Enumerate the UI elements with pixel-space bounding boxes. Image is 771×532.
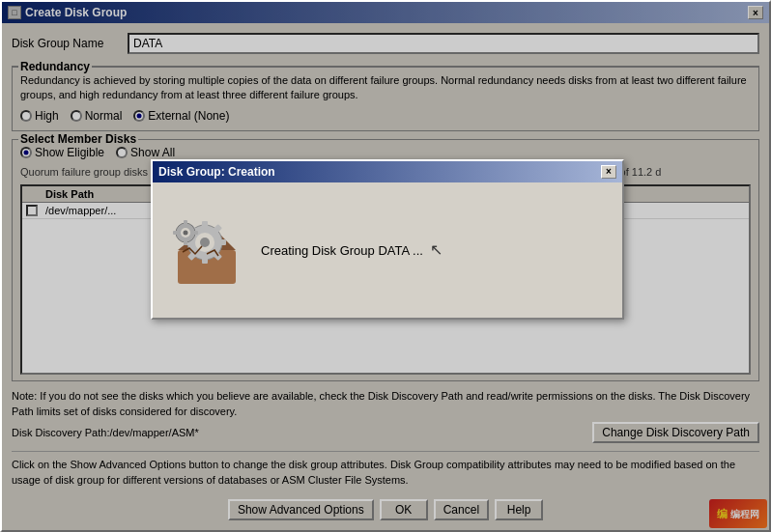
cursor-indicator: ↖: [430, 240, 443, 259]
modal-content: Creating Disk Group DATA ... ↖: [153, 182, 622, 318]
svg-rect-6: [218, 239, 226, 245]
svg-point-12: [200, 238, 210, 247]
modal-overlay: Disk Group: Creation ×: [2, 2, 771, 532]
modal-title-bar: Disk Group: Creation ×: [153, 161, 622, 182]
svg-rect-5: [202, 256, 208, 264]
svg-rect-18: [173, 231, 179, 235]
modal-dialog: Disk Group: Creation ×: [151, 159, 624, 320]
modal-close-button[interactable]: ×: [601, 165, 616, 179]
svg-point-19: [184, 230, 188, 235]
svg-rect-15: [184, 220, 187, 226]
gear-icon: [168, 211, 245, 289]
svg-rect-4: [202, 221, 208, 229]
svg-rect-17: [192, 231, 198, 235]
modal-title: Disk Group: Creation: [158, 165, 275, 179]
svg-rect-16: [184, 239, 187, 245]
modal-message-area: Creating Disk Group DATA ... ↖: [261, 240, 443, 259]
modal-message-text: Creating Disk Group DATA ...: [261, 243, 423, 258]
